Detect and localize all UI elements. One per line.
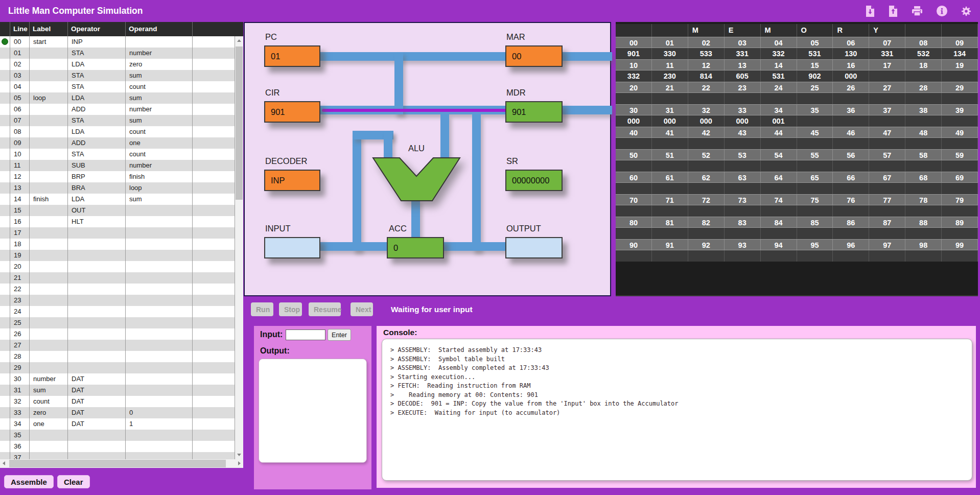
cell-operator[interactable] <box>68 441 126 452</box>
cell-label[interactable] <box>30 137 68 149</box>
table-row[interactable]: 30 number DAT <box>0 373 235 385</box>
cell-label[interactable]: zero <box>30 407 68 418</box>
table-row[interactable]: 26 <box>0 328 235 340</box>
scroll-up-button[interactable] <box>235 36 243 45</box>
table-row[interactable]: 24 <box>0 306 235 317</box>
cell-operand[interactable]: 0 <box>126 407 193 418</box>
cell-operator[interactable] <box>68 250 126 261</box>
cell-label[interactable] <box>30 70 68 81</box>
print-icon[interactable] <box>911 6 923 17</box>
cell-operator[interactable]: BRP <box>68 171 126 182</box>
settings-gear-icon[interactable] <box>961 6 972 17</box>
cell-operator[interactable] <box>68 227 126 239</box>
resume-button[interactable]: Resume <box>309 302 341 316</box>
cell-label[interactable] <box>30 104 68 115</box>
cell-operator[interactable] <box>68 430 126 441</box>
cell-label[interactable] <box>30 171 68 182</box>
cell-label[interactable] <box>30 328 68 340</box>
cell-operand[interactable] <box>126 452 193 459</box>
table-row[interactable]: 04 STA count <box>0 81 235 92</box>
cell-operator[interactable]: ADD <box>68 137 126 149</box>
cell-label[interactable] <box>30 205 68 216</box>
info-icon[interactable] <box>936 5 948 17</box>
table-row[interactable]: 03 STA sum <box>0 70 235 81</box>
table-row[interactable]: 36 <box>0 441 235 452</box>
clear-button[interactable]: Clear <box>57 475 90 488</box>
cell-label[interactable] <box>30 126 68 137</box>
cell-operand[interactable]: number <box>126 48 193 59</box>
table-row[interactable]: 00 start INP <box>0 36 235 48</box>
upload-file-icon[interactable] <box>888 5 898 17</box>
cell-operand[interactable] <box>126 239 193 250</box>
table-row[interactable]: 14 finish LDA sum <box>0 194 235 205</box>
output-area[interactable] <box>259 359 367 463</box>
vertical-scrollbar[interactable] <box>235 36 243 459</box>
cell-operator[interactable]: ADD <box>68 104 126 115</box>
table-row[interactable]: 32 count DAT <box>0 396 235 407</box>
cell-label[interactable]: sum <box>30 385 68 396</box>
table-row[interactable]: 27 <box>0 340 235 351</box>
cell-operand[interactable] <box>126 441 193 452</box>
table-row[interactable]: 09 ADD one <box>0 137 235 149</box>
cell-operator[interactable]: HLT <box>68 216 126 227</box>
table-row[interactable]: 12 BRP finish <box>0 171 235 182</box>
horizontal-scrollbar[interactable] <box>0 459 243 468</box>
cell-operator[interactable]: DAT <box>68 385 126 396</box>
cell-label[interactable] <box>30 227 68 239</box>
table-row[interactable]: 01 STA number <box>0 48 235 59</box>
cell-operand[interactable]: loop <box>126 182 193 194</box>
cell-operator[interactable]: STA <box>68 48 126 59</box>
table-row[interactable]: 16 HLT <box>0 216 235 227</box>
console-log[interactable]: > ASSEMBLY: Started assembly at 17:33:43… <box>382 339 972 481</box>
table-row[interactable]: 17 <box>0 227 235 239</box>
cell-operand[interactable]: count <box>126 81 193 92</box>
cell-operand[interactable] <box>126 351 193 362</box>
cell-operator[interactable]: STA <box>68 70 126 81</box>
cell-operator[interactable] <box>68 362 126 373</box>
table-row[interactable]: 15 OUT <box>0 205 235 216</box>
cell-label[interactable] <box>30 250 68 261</box>
cell-operator[interactable]: LDA <box>68 59 126 70</box>
cell-operator[interactable]: STA <box>68 149 126 160</box>
cell-label[interactable]: loop <box>30 92 68 104</box>
table-row[interactable]: 13 BRA loop <box>0 182 235 194</box>
assemble-button[interactable]: Assemble <box>4 475 54 488</box>
scroll-down-button[interactable] <box>235 451 243 459</box>
cell-operator[interactable]: BRA <box>68 182 126 194</box>
stop-button[interactable]: Stop <box>279 302 302 316</box>
table-row[interactable]: 08 LDA count <box>0 126 235 137</box>
table-row[interactable]: 28 <box>0 351 235 362</box>
cell-label[interactable] <box>30 261 68 272</box>
table-row[interactable]: 25 <box>0 317 235 328</box>
cell-label[interactable] <box>30 295 68 306</box>
cell-operator[interactable]: DAT <box>68 407 126 418</box>
table-row[interactable]: 33 zero DAT 0 <box>0 407 235 418</box>
cell-label[interactable] <box>30 317 68 328</box>
table-row[interactable]: 02 LDA zero <box>0 59 235 70</box>
cell-operator[interactable]: INP <box>68 36 126 48</box>
cell-operand[interactable]: finish <box>126 171 193 182</box>
cell-operand[interactable] <box>126 317 193 328</box>
cell-label[interactable] <box>30 48 68 59</box>
cell-operand[interactable] <box>126 362 193 373</box>
cell-label[interactable] <box>30 441 68 452</box>
cell-label[interactable] <box>30 239 68 250</box>
cell-label[interactable] <box>30 306 68 317</box>
cell-label[interactable] <box>30 160 68 171</box>
cell-operand[interactable] <box>126 205 193 216</box>
cell-operand[interactable] <box>126 306 193 317</box>
cell-label[interactable] <box>30 149 68 160</box>
right-arrow-icon[interactable] <box>238 461 241 465</box>
cell-operand[interactable]: zero <box>126 59 193 70</box>
cell-operand[interactable] <box>126 430 193 441</box>
download-file-icon[interactable] <box>865 5 875 17</box>
cell-label[interactable] <box>30 216 68 227</box>
cell-operand[interactable] <box>126 261 193 272</box>
cell-operand[interactable]: count <box>126 126 193 137</box>
cell-operator[interactable]: STA <box>68 81 126 92</box>
cell-operator[interactable] <box>68 317 126 328</box>
cell-operator[interactable] <box>68 261 126 272</box>
horizontal-scrollbar-thumb[interactable] <box>9 460 226 467</box>
cell-operator[interactable]: LDA <box>68 92 126 104</box>
cell-operand[interactable]: one <box>126 137 193 149</box>
